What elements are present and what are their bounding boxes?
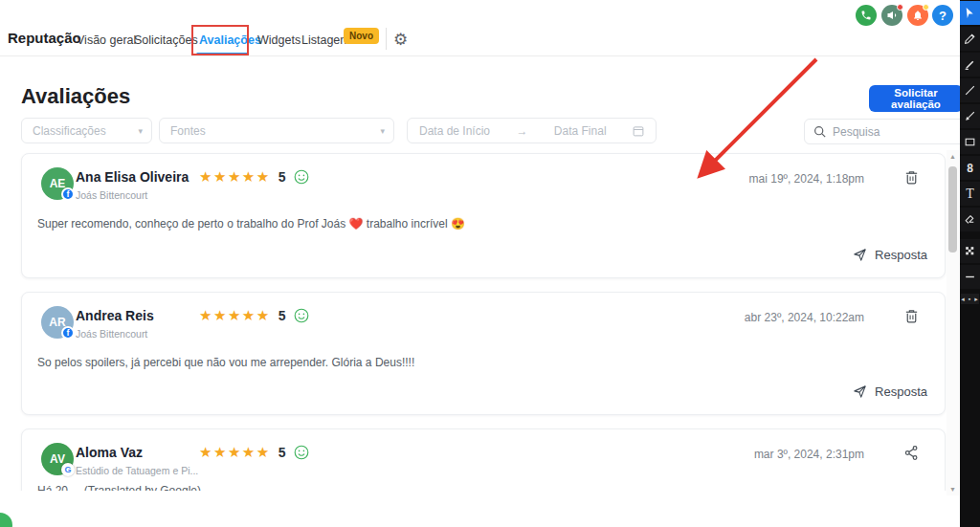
solicitar-avaliacao-button[interactable]: Solicitar avaliação [869,85,963,112]
ratings-filter-placeholder: Classificações [33,124,106,138]
search-icon [813,125,826,138]
scrollbar-up-arrow[interactable]: ▲ [947,153,959,160]
share-icon[interactable] [903,445,920,461]
chevron-down-icon: ▾ [138,126,143,136]
business-name: Estúdio de Tatuagem e Pi... [76,465,198,476]
scrollbar-down-arrow[interactable]: ▼ [947,486,959,493]
phone-icon[interactable] [856,5,877,26]
stars: ★★★★★ [199,307,271,324]
chevron-down-icon: ▾ [380,126,385,136]
scrollbar-thumb[interactable] [948,166,957,253]
review-card: AR f Andrea Reis Joás Bittencourt ★★★★★ … [21,292,946,415]
sources-filter-placeholder: Fontes [170,124,206,138]
megaphone-icon[interactable] [881,5,902,26]
rating-value: 5 [278,169,286,185]
business-name: Joás Bittencourt [76,189,147,201]
bell-notification-dot [923,4,929,11]
help-icon[interactable]: ? [932,5,953,26]
gear-icon[interactable]: ⚙ [393,30,408,50]
tab-solicitacoes[interactable]: Solicitações [134,33,198,47]
google-source-icon: G [61,463,75,476]
resposta-label: Resposta [875,248,927,262]
rating-row: ★★★★★ 5 [199,307,309,324]
trash-icon[interactable] [903,169,920,186]
business-name: Joás Bittencourt [76,328,147,340]
review-card: AE f Ana Elisa Oliveira Joás Bittencourt… [21,153,946,278]
line-width-tool[interactable] [960,265,980,289]
stars: ★★★★★ [199,168,271,186]
size-stepper[interactable]: ◂ ▪ ▸ [961,294,979,304]
tab-avaliacoes[interactable]: Avaliações [199,33,261,47]
facebook-source-icon: f [61,187,75,201]
novo-badge: Novo [344,28,379,44]
review-date: mai 19º, 2024, 1:18pm [749,172,864,186]
pencil-tool[interactable] [960,27,980,51]
review-date: mar 3º, 2024, 2:31pm [754,448,864,461]
search-input[interactable] [833,125,938,139]
resposta-button[interactable]: Resposta [853,384,927,399]
header: Reputação Visão geral Solicitações Avali… [0,0,960,56]
reputation-app: Reputação Visão geral Solicitações Avali… [0,0,980,527]
line-tool[interactable] [960,78,980,102]
sources-filter-select[interactable]: Fontes ▾ [159,118,394,143]
date-range-filter[interactable]: Data de Início → Data Final [407,118,657,143]
review-text: Super recomendo, conheço de perto o trab… [37,217,465,231]
list-scrollbar[interactable]: ▲ ▼ [947,150,959,495]
tab-visao-geral[interactable]: Visão geral [77,33,136,47]
brand-title: Reputação [8,30,81,46]
header-divider [386,28,387,50]
date-end-placeholder: Data Final [554,124,607,138]
rating-row: ★★★★★ 5 [199,168,309,186]
trash-icon[interactable] [903,308,920,324]
calendar-icon [633,125,644,137]
highlighter-tool[interactable] [960,53,980,77]
arrow-tool[interactable] [960,104,980,128]
smiley-icon [294,308,309,323]
rating-value: 5 [278,445,286,460]
viewport-cut [0,491,960,527]
date-range-arrow-icon: → [516,124,527,138]
stars: ★★★★★ [199,444,271,461]
smiley-icon [294,445,309,460]
reviewer-name: Andrea Reis [76,308,154,323]
date-start-placeholder: Data de Início [419,124,490,138]
active-tab-underline [196,53,249,55]
bell-icon[interactable] [907,5,928,26]
counter-tool[interactable]: 8 [960,156,980,180]
eraser-tool[interactable] [960,208,980,231]
send-icon [853,248,867,262]
rating-row: ★★★★★ 5 [199,444,309,461]
smiley-icon [294,169,309,185]
editor-toolbar: 8 T ◂ ▪ ▸ [960,0,980,527]
text-tool[interactable]: T [960,182,980,206]
pointer-tool[interactable] [960,1,980,25]
reviewer-name: Aloma Vaz [76,445,143,460]
rating-value: 5 [278,308,286,323]
resposta-label: Resposta [875,384,927,399]
tab-widgets[interactable]: Widgets [257,33,301,47]
reviewer-name: Ana Elisa Oliveira [76,169,189,185]
send-icon [853,384,867,399]
facebook-source-icon: f [61,326,75,340]
review-text: So pelos spoilers, já percebi que não vo… [37,356,414,369]
search-box [804,119,967,144]
megaphone-notification-dot [897,4,903,11]
review-date: abr 23º, 2024, 10:22am [745,311,864,324]
ratings-filter-select[interactable]: Classificações ▾ [21,118,152,143]
pixelate-tool[interactable] [960,239,980,263]
rectangle-tool[interactable] [960,130,980,154]
page-title: Avaliações [21,84,130,109]
resposta-button[interactable]: Resposta [853,248,927,262]
